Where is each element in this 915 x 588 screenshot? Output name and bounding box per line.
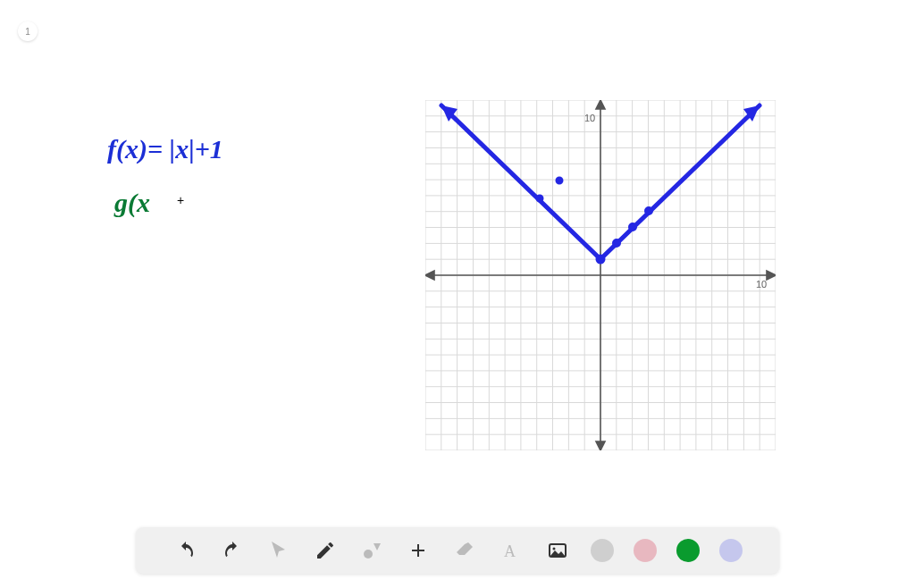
eraser-tool[interactable] — [451, 537, 478, 564]
svg-marker-51 — [596, 441, 605, 450]
page-number: 1 — [25, 27, 30, 37]
svg-point-53 — [615, 241, 619, 246]
y-tick-10: 10 — [584, 113, 595, 123]
svg-point-64 — [553, 548, 556, 550]
page-number-badge: 1 — [18, 21, 38, 41]
toolbar: A — [136, 527, 779, 574]
color-swatch-pink[interactable] — [634, 539, 657, 562]
svg-point-55 — [647, 209, 651, 214]
redo-icon — [222, 540, 243, 561]
svg-marker-50 — [596, 100, 605, 109]
shapes-icon — [361, 540, 382, 561]
x-tick-10: 10 — [756, 279, 767, 290]
add-tool[interactable] — [405, 537, 432, 564]
equation-f: f(x)= |x|+1 — [107, 134, 223, 164]
image-tool[interactable] — [544, 537, 571, 564]
redo-button[interactable] — [219, 537, 246, 564]
color-swatch-lilac[interactable] — [719, 539, 743, 562]
pointer-icon — [268, 540, 290, 561]
color-swatch-green[interactable] — [676, 539, 700, 562]
equation-g-partial: g(x — [114, 188, 150, 218]
svg-marker-61 — [374, 543, 381, 550]
shapes-tool[interactable] — [358, 537, 385, 564]
undo-icon — [175, 540, 197, 561]
text-tool[interactable]: A — [498, 537, 525, 564]
pointer-tool[interactable] — [265, 537, 292, 564]
svg-point-52 — [598, 256, 603, 262]
svg-marker-48 — [767, 271, 776, 280]
text-icon: A — [500, 540, 522, 561]
color-swatch-gray[interactable] — [591, 539, 614, 562]
undo-button[interactable] — [172, 537, 199, 564]
coordinate-graph: 10 10 — [425, 100, 776, 450]
whiteboard-canvas[interactable]: 1 f(x)= |x|+1 g(x + — [0, 0, 915, 536]
svg-text:A: A — [504, 542, 516, 560]
plus-icon — [407, 540, 429, 561]
pencil-tool[interactable] — [312, 537, 339, 564]
pencil-icon — [315, 540, 336, 561]
svg-point-56 — [538, 197, 541, 200]
svg-point-60 — [364, 550, 373, 559]
svg-marker-49 — [425, 271, 434, 280]
svg-point-57 — [558, 179, 561, 182]
image-icon — [547, 540, 568, 561]
svg-point-54 — [631, 225, 635, 230]
eraser-icon — [454, 540, 475, 561]
draw-cursor: + — [177, 193, 184, 207]
axes — [425, 100, 776, 450]
